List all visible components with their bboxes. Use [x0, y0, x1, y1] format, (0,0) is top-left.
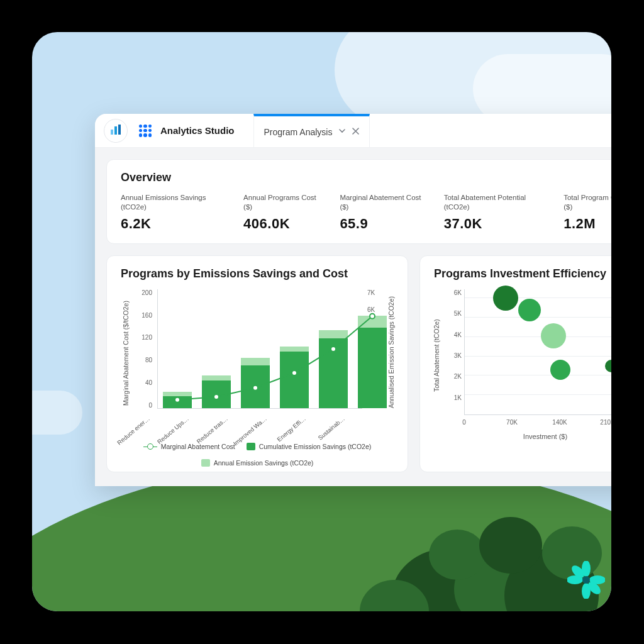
chart-b-x-label: Investment ($) — [464, 433, 611, 440]
data-point[interactable] — [550, 360, 570, 380]
kpi-value: 1.2M — [564, 216, 611, 232]
kpi-label: Total Program Cost ($) — [564, 193, 611, 212]
svg-point-13 — [292, 370, 297, 375]
legend-line-icon — [143, 443, 157, 450]
kpi-label: Total Abatement Potential (tCO2e) — [444, 193, 543, 212]
tab-label: Program Analysis — [264, 127, 333, 137]
investment-efficiency-card: Programs Investment Efficiency Total Aba… — [419, 255, 611, 472]
kpi: Marginal Abatement Cost ($)65.9 — [340, 193, 422, 232]
svg-rect-7 — [111, 130, 113, 135]
kpi-value: 37.0K — [444, 216, 543, 232]
kpi-label: Annual Emissions Savings (tCO2e) — [121, 193, 222, 212]
app-window: Analytics Studio Program Analysis Overvi… — [95, 114, 611, 486]
svg-point-10 — [175, 397, 180, 402]
overview-card: Overview Annual Emissions Savings (tCO2e… — [106, 159, 611, 244]
chart-a-title: Programs by Emissions Savings and Cost — [121, 267, 394, 280]
svg-point-12 — [253, 386, 258, 391]
kpi: Total Abatement Potential (tCO2e)37.0K — [444, 193, 543, 232]
close-icon[interactable] — [352, 127, 359, 136]
overview-title: Overview — [121, 171, 611, 184]
kpi-label: Annual Programs Cost ($) — [243, 193, 318, 212]
svg-point-11 — [214, 394, 219, 399]
kpi: Total Program Cost ($)1.2M — [564, 193, 611, 232]
data-point[interactable] — [518, 299, 541, 321]
top-bar: Analytics Studio Program Analysis — [95, 114, 611, 148]
programs-savings-cost-card: Programs by Emissions Savings and Cost M… — [106, 255, 408, 472]
bar-chart-icon — [110, 124, 121, 138]
kpi: Annual Emissions Savings (tCO2e)6.2K — [121, 193, 222, 232]
app-launcher-icon[interactable] — [139, 125, 152, 137]
chart-b: Total Abatement (tCO2e) 6K5K4K3K2K1K 070… — [434, 289, 611, 453]
kpi-value: 406.0K — [243, 216, 318, 232]
legend-swatch-icon — [201, 459, 210, 467]
cloud-decoration — [32, 391, 82, 435]
scene-background: Analytics Studio Program Analysis Overvi… — [32, 32, 611, 611]
legend-light-label: Annual Emission Savings (tCO2e) — [214, 459, 314, 467]
chart-b-y-label: Total Abatement (tCO2e) — [433, 302, 440, 409]
svg-point-15 — [370, 314, 375, 319]
legend-line-label: Marginal Abatement Cost — [161, 443, 235, 450]
chevron-down-icon[interactable] — [338, 127, 346, 136]
app-name: Analytics Studio — [160, 125, 235, 136]
kpi-label: Marginal Abatement Cost ($) — [340, 193, 422, 212]
kpi-value: 6.2K — [121, 216, 222, 232]
tab-program-analysis[interactable]: Program Analysis — [253, 114, 370, 147]
chart-b-title: Programs Investment Efficiency — [434, 267, 611, 280]
chart-a-legend: Marginal Abatement Cost Cumulative Emiss… — [121, 443, 394, 467]
chart-a-y-left-label: Marginal Abatement Cost ($/tCO2e) — [122, 297, 130, 410]
svg-rect-8 — [114, 126, 117, 135]
bush-decoration — [379, 479, 611, 611]
legend-dark-label: Cumulative Emission Savings (tCO2e) — [259, 443, 372, 450]
cloud-decoration — [473, 54, 611, 123]
kpi-value: 65.9 — [340, 216, 422, 232]
svg-point-6 — [582, 576, 590, 584]
data-point[interactable] — [493, 286, 518, 311]
flower-icon — [567, 561, 605, 599]
analytics-logo[interactable] — [104, 119, 128, 143]
kpi: Annual Programs Cost ($)406.0K — [243, 193, 318, 232]
svg-rect-9 — [118, 125, 121, 135]
data-point[interactable] — [541, 323, 566, 348]
chart-a: Marginal Abatement Cost ($/tCO2e) Annual… — [121, 289, 394, 453]
legend-swatch-icon — [247, 443, 255, 450]
svg-point-14 — [331, 347, 336, 352]
data-point[interactable] — [605, 360, 611, 372]
